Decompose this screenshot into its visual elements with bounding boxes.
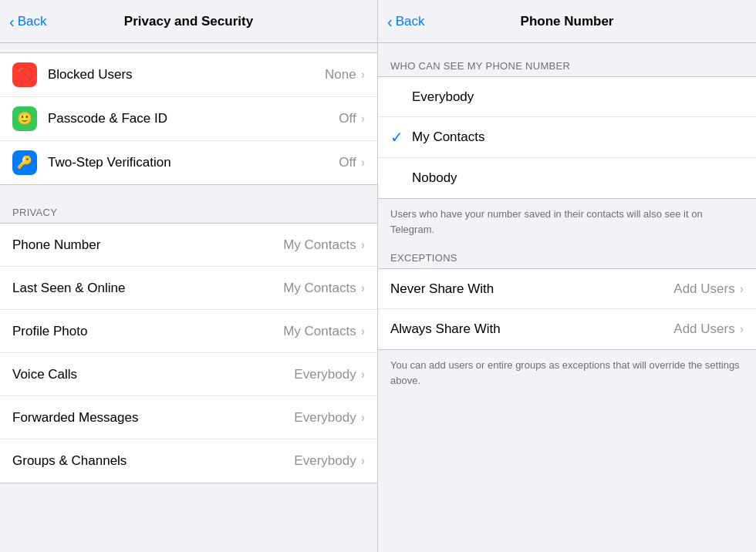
passcode-chevron-icon: › bbox=[361, 112, 365, 126]
groups-channels-label: Groups & Channels bbox=[12, 453, 294, 469]
forwarded-messages-label: Forwarded Messages bbox=[12, 410, 294, 426]
nobody-choice-row[interactable]: Nobody bbox=[378, 158, 756, 198]
never-share-label: Never Share With bbox=[390, 281, 673, 297]
forwarded-messages-chevron-icon: › bbox=[361, 411, 365, 425]
always-share-chevron-icon: › bbox=[740, 322, 744, 336]
always-share-row[interactable]: Always Share With Add Users › bbox=[378, 309, 756, 349]
never-share-value: Add Users bbox=[673, 281, 734, 297]
exceptions-header: EXCEPTIONS bbox=[378, 244, 756, 268]
profile-photo-label: Profile Photo bbox=[12, 324, 283, 339]
left-page-title: Privacy and Security bbox=[124, 14, 253, 29]
my-contacts-choice-row[interactable]: ✓ My Contacts bbox=[378, 117, 756, 158]
left-back-label: Back bbox=[18, 14, 47, 29]
always-share-label: Always Share With bbox=[390, 321, 673, 337]
who-can-see-header: WHO CAN SEE MY PHONE NUMBER bbox=[378, 52, 756, 76]
passcode-label: Passcode & Face ID bbox=[48, 111, 339, 126]
phone-number-chevron-icon: › bbox=[361, 238, 365, 252]
left-nav-bar: ‹ Back Privacy and Security bbox=[0, 0, 377, 43]
left-panel: ‹ Back Privacy and Security 🚫 Blocked Us… bbox=[0, 0, 378, 552]
left-settings-content: 🚫 Blocked Users None › 🙂 Passcode & Face… bbox=[0, 43, 377, 552]
passcode-row[interactable]: 🙂 Passcode & Face ID Off › bbox=[0, 97, 377, 141]
exceptions-info: You can add users or entire groups as ex… bbox=[378, 350, 756, 395]
exceptions-block: EXCEPTIONS Never Share With Add Users › … bbox=[378, 244, 756, 395]
passcode-value: Off bbox=[339, 111, 356, 126]
two-step-chevron-icon: › bbox=[361, 156, 365, 170]
blocked-users-icon: 🚫 bbox=[12, 62, 37, 87]
two-step-icon: 🔑 bbox=[12, 150, 37, 175]
profile-photo-row[interactable]: Profile Photo My Contacts › bbox=[0, 310, 377, 353]
voice-calls-label: Voice Calls bbox=[12, 367, 294, 382]
right-page-title: Phone Number bbox=[521, 14, 614, 29]
forwarded-messages-row[interactable]: Forwarded Messages Everybody › bbox=[0, 396, 377, 439]
blocked-users-row[interactable]: 🚫 Blocked Users None › bbox=[0, 53, 377, 97]
blocked-users-chevron-icon: › bbox=[361, 68, 365, 82]
last-seen-value: My Contacts bbox=[283, 281, 356, 296]
two-step-label: Two-Step Verification bbox=[48, 155, 339, 170]
never-share-chevron-icon: › bbox=[740, 282, 744, 296]
who-can-see-info: Users who have your number saved in thei… bbox=[378, 199, 756, 244]
profile-photo-chevron-icon: › bbox=[361, 325, 365, 338]
voice-calls-value: Everybody bbox=[294, 367, 356, 382]
right-back-button[interactable]: ‹ Back bbox=[387, 14, 424, 29]
two-step-value: Off bbox=[339, 155, 356, 170]
groups-channels-row[interactable]: Groups & Channels Everybody › bbox=[0, 439, 377, 483]
security-group: 🚫 Blocked Users None › 🙂 Passcode & Face… bbox=[0, 52, 377, 185]
right-nav-bar: ‹ Back Phone Number bbox=[378, 0, 756, 43]
phone-number-label: Phone Number bbox=[12, 237, 283, 253]
visibility-choices: Everybody ✓ My Contacts Nobody bbox=[378, 76, 756, 199]
forwarded-messages-value: Everybody bbox=[294, 410, 356, 426]
my-contacts-choice-label: My Contacts bbox=[412, 130, 484, 145]
my-contacts-check-icon: ✓ bbox=[390, 128, 412, 146]
profile-photo-value: My Contacts bbox=[283, 324, 356, 339]
groups-channels-chevron-icon: › bbox=[361, 454, 365, 468]
right-back-chevron-icon: ‹ bbox=[387, 14, 393, 29]
who-can-see-block: WHO CAN SEE MY PHONE NUMBER Everybody ✓ … bbox=[378, 52, 756, 244]
phone-number-row[interactable]: Phone Number My Contacts › bbox=[0, 224, 377, 267]
exceptions-group: Never Share With Add Users › Always Shar… bbox=[378, 268, 756, 350]
phone-number-value: My Contacts bbox=[283, 237, 356, 253]
right-settings-content: WHO CAN SEE MY PHONE NUMBER Everybody ✓ … bbox=[378, 43, 756, 552]
groups-channels-value: Everybody bbox=[294, 453, 356, 469]
left-back-button[interactable]: ‹ Back bbox=[9, 14, 46, 29]
two-step-row[interactable]: 🔑 Two-Step Verification Off › bbox=[0, 141, 377, 184]
blocked-users-label: Blocked Users bbox=[48, 67, 325, 82]
privacy-section-header: PRIVACY bbox=[0, 200, 377, 223]
privacy-section-header-block: PRIVACY Phone Number My Contacts › Last … bbox=[0, 200, 377, 483]
last-seen-label: Last Seen & Online bbox=[12, 281, 283, 296]
right-back-label: Back bbox=[396, 14, 425, 29]
voice-calls-row[interactable]: Voice Calls Everybody › bbox=[0, 353, 377, 396]
last-seen-chevron-icon: › bbox=[361, 281, 365, 295]
never-share-row[interactable]: Never Share With Add Users › bbox=[378, 269, 756, 309]
right-panel: ‹ Back Phone Number WHO CAN SEE MY PHONE… bbox=[378, 0, 756, 552]
everybody-choice-label: Everybody bbox=[412, 89, 474, 105]
left-back-chevron-icon: ‹ bbox=[9, 14, 15, 29]
privacy-group: Phone Number My Contacts › Last Seen & O… bbox=[0, 223, 377, 483]
blocked-users-value: None bbox=[325, 67, 356, 82]
voice-calls-chevron-icon: › bbox=[361, 368, 365, 382]
last-seen-row[interactable]: Last Seen & Online My Contacts › bbox=[0, 267, 377, 310]
always-share-value: Add Users bbox=[673, 321, 734, 337]
everybody-choice-row[interactable]: Everybody bbox=[378, 77, 756, 117]
passcode-icon: 🙂 bbox=[12, 106, 37, 131]
nobody-choice-label: Nobody bbox=[412, 170, 457, 186]
